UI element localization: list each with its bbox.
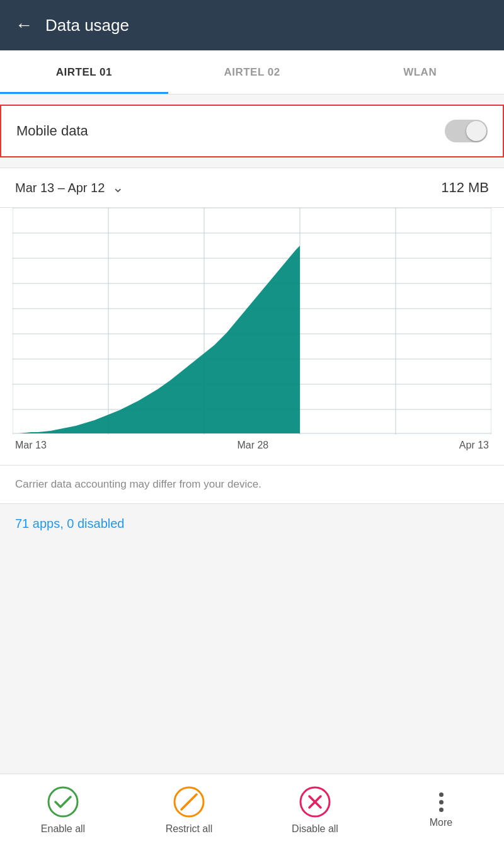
svg-line-19 [181, 794, 197, 809]
slash-circle-icon [173, 786, 205, 818]
toggle-knob [466, 121, 486, 141]
tab-bar: AIRTEL 01 AIRTEL 02 WLAN [0, 50, 504, 94]
disable-all-label: Disable all [292, 823, 338, 835]
date-range-text: Mar 13 – Apr 12 [15, 181, 105, 195]
mobile-data-toggle[interactable] [445, 120, 488, 142]
enable-all-button[interactable]: Enable all [0, 774, 126, 846]
disable-all-button[interactable]: Disable all [252, 774, 378, 846]
page-title: Data usage [45, 16, 129, 35]
chart-label-start: Mar 13 [15, 440, 47, 451]
enable-all-label: Enable all [41, 823, 85, 835]
chart-svg [13, 208, 491, 435]
check-circle-icon [47, 786, 79, 818]
svg-marker-16 [13, 246, 300, 433]
date-range-row[interactable]: Mar 13 – Apr 12 ⌄ 112 MB [0, 168, 504, 208]
app-header: ← Data usage [0, 0, 504, 50]
chart-label-mid: Mar 28 [237, 440, 268, 451]
back-button[interactable]: ← [15, 15, 33, 35]
bottom-action-bar: Enable all Restrict all Disable all More [0, 774, 504, 846]
data-size-label: 112 MB [441, 180, 489, 196]
svg-point-17 [49, 787, 77, 816]
restrict-all-label: Restrict all [166, 823, 213, 835]
apps-summary: 71 apps, 0 disabled [0, 504, 504, 539]
more-dots-icon [439, 792, 444, 812]
chevron-down-icon: ⌄ [112, 180, 123, 196]
x-circle-icon [299, 786, 331, 818]
more-label: More [430, 817, 452, 828]
disclaimer-text: Carrier data accounting may differ from … [0, 466, 504, 504]
tab-airtel01[interactable]: AIRTEL 01 [0, 50, 168, 94]
more-button[interactable]: More [378, 774, 504, 846]
mobile-data-label: Mobile data [16, 123, 88, 139]
data-usage-chart: Mar 13 Mar 28 Apr 13 [0, 208, 504, 466]
tab-wlan[interactable]: WLAN [336, 50, 504, 94]
tab-airtel02[interactable]: AIRTEL 02 [168, 50, 336, 94]
mobile-data-row: Mobile data [0, 105, 504, 157]
chart-label-end: Apr 13 [459, 440, 489, 451]
chart-labels: Mar 13 Mar 28 Apr 13 [13, 435, 491, 459]
restrict-all-button[interactable]: Restrict all [126, 774, 252, 846]
